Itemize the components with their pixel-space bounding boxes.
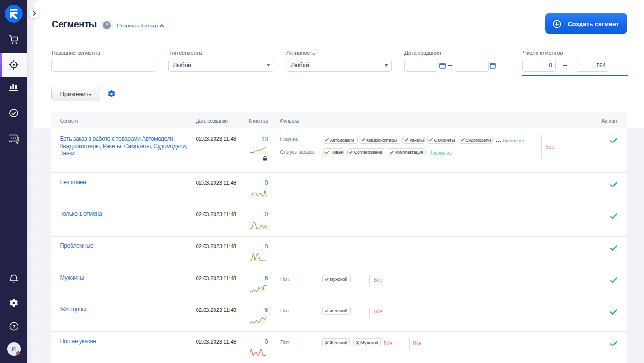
svg-text:?: ? xyxy=(12,324,15,329)
